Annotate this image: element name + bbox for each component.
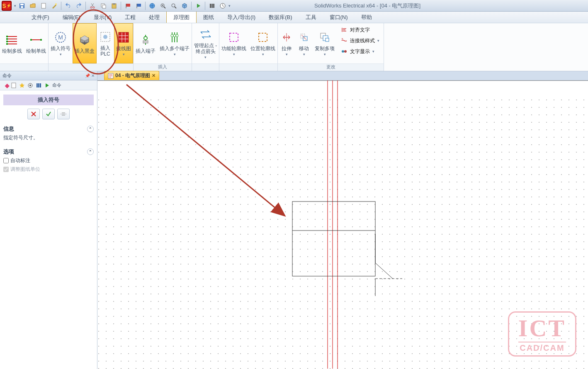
insert-terminal-button[interactable]: 插入端子 [134, 23, 158, 63]
func-outline-button[interactable]: 功能轮廓线▾ [219, 23, 248, 63]
align-icon [341, 27, 347, 33]
watermark-main: ICT [518, 317, 566, 340]
app-logo: S⚡ [2, 1, 12, 11]
svg-rect-34 [40, 39, 42, 41]
svg-rect-51 [259, 33, 267, 41]
loc-outline-button[interactable]: 位置轮廓线▾ [248, 23, 277, 63]
menu-10[interactable]: 窗口(N) [323, 12, 355, 23]
qat-more-dd[interactable]: ▾ [228, 4, 231, 8]
qat-play[interactable] [193, 1, 203, 10]
menu-0[interactable]: 文件(F) [25, 12, 56, 23]
doc-icon [108, 73, 114, 79]
ts-bars-icon[interactable] [35, 82, 42, 89]
svg-rect-33 [30, 39, 32, 41]
menu-6[interactable]: 图纸 [197, 12, 221, 23]
qat-wizard[interactable] [49, 1, 59, 10]
pin-icon[interactable]: 📌 ✕ [85, 73, 95, 78]
qat-save[interactable] [17, 1, 27, 10]
svg-rect-2 [21, 6, 23, 8]
qat-cube[interactable] [180, 1, 190, 10]
svg-rect-39 [119, 32, 129, 42]
menu-8[interactable]: 数据库(B) [262, 12, 299, 23]
insert-symbol-button[interactable]: M插入符号▾ [49, 23, 73, 63]
side-panel-header: 命令 📌 ✕ [0, 71, 97, 80]
menu-3[interactable]: 工程 [118, 12, 142, 23]
ts-play-icon[interactable] [43, 82, 51, 89]
doc-tab-label: 04 - 电气原理图 [115, 72, 150, 79]
svg-point-4 [55, 3, 57, 5]
terminal-icon [139, 33, 152, 46]
drawing-canvas[interactable]: ICT CAD/CAM [97, 80, 588, 369]
symbolM-icon: M [54, 31, 67, 44]
menu-9[interactable]: 工具 [299, 12, 323, 23]
collapse-info-icon[interactable]: ⌃ [87, 126, 94, 132]
svg-rect-71 [292, 201, 375, 276]
manage-origin-button[interactable]: 管理起点 - 终点箭头▾ [192, 23, 219, 63]
text-display-button[interactable]: 文字显示 ▾ [339, 46, 381, 56]
dropdown-icon: ▾ [286, 52, 288, 56]
menu-4[interactable]: 处理 [142, 12, 166, 23]
stretch-button[interactable]: 拉伸▾ [278, 23, 295, 63]
ts-page-icon[interactable] [10, 82, 17, 89]
qat-undo[interactable] [63, 1, 73, 10]
qat-zoom-fit[interactable] [169, 1, 179, 10]
copy-icon [318, 31, 331, 44]
ts-diamond-icon[interactable] [2, 82, 9, 89]
dropdown-icon: ▾ [123, 52, 125, 56]
menu-5[interactable]: 原理图 [166, 12, 197, 23]
qat-globe[interactable] [147, 1, 157, 10]
svg-rect-61 [12, 83, 16, 88]
svg-rect-65 [38, 83, 39, 87]
singlewire-icon [29, 33, 43, 46]
dropdown-icon: ▾ [233, 52, 235, 56]
dropdown-icon: ▾ [204, 55, 207, 59]
draw-single-button[interactable]: 绘制单线 [24, 23, 48, 63]
ok-button[interactable] [42, 109, 55, 119]
qat-new[interactable] [39, 1, 49, 10]
side-panel: 命令 📌 ✕ 命令 插入符号 信息 ⌃ 指定符号尺寸。 [0, 71, 97, 369]
close-tab-icon[interactable]: ✕ [152, 73, 156, 78]
cancel-button[interactable] [27, 109, 40, 119]
svg-point-49 [176, 34, 178, 37]
qat-flag-blue[interactable] [134, 1, 143, 10]
move-button[interactable]: 移动▾ [295, 23, 313, 63]
svg-rect-11 [126, 4, 130, 7]
wire-style-button[interactable]: 连接线样式 ▾ [339, 36, 381, 46]
svg-rect-20 [210, 4, 211, 8]
svg-line-17 [164, 7, 165, 8]
qat-cut[interactable] [87, 1, 97, 10]
insert-multi-terminal-button[interactable]: 插入多个端子▾ [158, 23, 192, 63]
qat-zoom-in[interactable] [158, 1, 168, 10]
auto-label-checkbox[interactable]: 自动标注 [3, 157, 94, 164]
qat-flag-red[interactable] [123, 1, 133, 10]
side-panel-content: 插入符号 信息 ⌃ 指定符号尺寸。 选项 ⌃ 自动标注 调整图纸单位 [0, 90, 97, 369]
window-title: SolidWorks Electrical x64 - [04 - 电气原理图] [231, 2, 586, 10]
info-text: 指定符号尺寸。 [3, 134, 94, 141]
menu-11[interactable]: 帮助 [355, 12, 379, 23]
menu-7[interactable]: 导入/导出(I) [221, 12, 262, 23]
svg-point-48 [173, 34, 176, 37]
qat-clock[interactable] [218, 1, 228, 10]
qat-copy[interactable] [98, 1, 108, 10]
qat-redo[interactable] [74, 1, 84, 10]
align-text-button[interactable]: 对齐文字 [339, 25, 381, 35]
adjust-units-input [3, 167, 9, 172]
dropdown-icon: ▾ [60, 52, 62, 56]
svg-point-47 [171, 34, 173, 37]
draw-multi-button[interactable]: 绘制多线 [0, 23, 24, 63]
multiterm-icon [168, 31, 181, 44]
qat-open[interactable] [28, 1, 38, 10]
ts-star-icon[interactable] [18, 82, 26, 89]
qat-bars[interactable] [207, 1, 217, 10]
svg-rect-1 [20, 4, 24, 5]
options-button[interactable] [57, 109, 70, 119]
ts-gear-icon[interactable] [27, 82, 34, 89]
collapse-opts-icon[interactable]: ⌃ [87, 148, 94, 155]
app-menu-dd[interactable]: ▾ [14, 4, 16, 8]
arrows-icon [199, 28, 212, 41]
copy-multi-button[interactable]: 复制多项▾ [313, 23, 337, 63]
qat-paste[interactable] [109, 1, 119, 10]
document-tab[interactable]: 04 - 电气原理图 ✕ [104, 71, 159, 80]
auto-label-input[interactable] [3, 158, 9, 163]
dropdown-icon: ▾ [303, 52, 305, 56]
